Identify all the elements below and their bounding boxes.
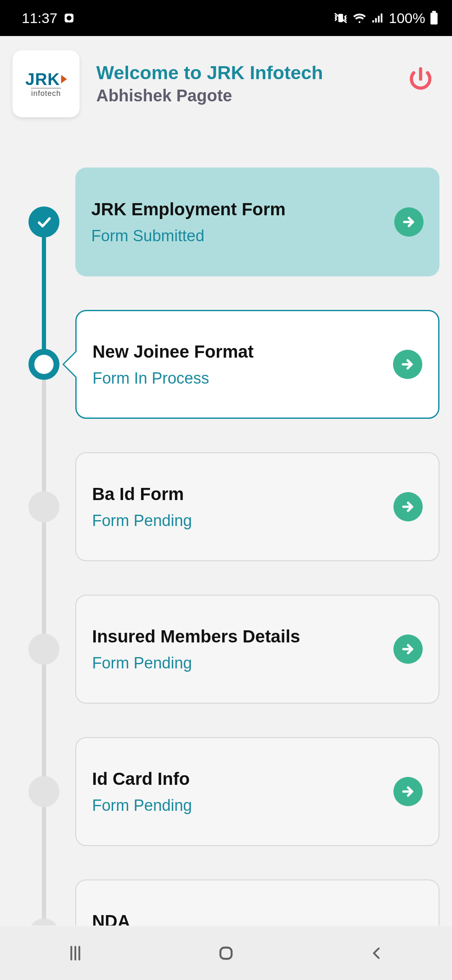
step-ba-id-form[interactable]: Ba Id Form Form Pending (13, 452, 439, 561)
step-status: Form Submitted (91, 227, 386, 245)
step-marker-current (28, 349, 59, 380)
logo-primary: JRK (25, 70, 67, 89)
arrow-right-icon (400, 499, 416, 515)
open-step-button[interactable] (393, 777, 423, 806)
step-title: Id Card Info (92, 769, 385, 789)
status-app-icon (63, 12, 75, 24)
step-card[interactable]: Insured Members Details Form Pending (75, 595, 439, 704)
arrow-right-icon (400, 356, 416, 372)
check-icon (36, 214, 52, 230)
svg-rect-9 (431, 13, 438, 24)
step-title: New Joinee Format (92, 342, 385, 362)
svg-rect-7 (381, 13, 383, 22)
logo-secondary: infotech (31, 88, 61, 98)
page-title: Welcome to JRK Infotech (96, 62, 390, 84)
header: JRK infotech Welcome to JRK Infotech Abh… (13, 50, 439, 117)
step-texts: NDA Form Pending (92, 911, 385, 926)
step-id-card-info[interactable]: Id Card Info Form Pending (13, 737, 439, 846)
step-card[interactable]: NDA Form Pending (75, 879, 439, 926)
step-jrk-employment-form[interactable]: JRK Employment Form Form Submitted (13, 168, 439, 276)
arrow-right-icon (401, 214, 417, 230)
svg-rect-19 (221, 948, 232, 959)
step-card[interactable]: Id Card Info Form Pending (75, 737, 439, 846)
battery-text: 100% (389, 10, 425, 26)
wifi-icon (352, 10, 367, 26)
home-button[interactable] (209, 941, 243, 966)
step-new-joinee-format[interactable]: New Joinee Format Form In Process (13, 310, 439, 419)
step-texts: JRK Employment Form Form Submitted (91, 199, 386, 245)
step-status: Form Pending (92, 797, 385, 815)
step-texts: Id Card Info Form Pending (92, 769, 385, 815)
system-nav-bar (0, 926, 452, 980)
svg-point-1 (67, 15, 72, 21)
open-step-button[interactable] (393, 350, 422, 379)
welcome-block: Welcome to JRK Infotech Abhishek Pagote (96, 50, 390, 105)
step-marker-pending (28, 491, 59, 522)
recent-apps-button[interactable] (59, 941, 92, 966)
signal-icon (371, 11, 385, 25)
status-right: 100% (334, 10, 439, 26)
step-status: Form Pending (92, 512, 385, 530)
page-content: JRK infotech Welcome to JRK Infotech Abh… (0, 36, 452, 926)
logo-primary-text: JRK (25, 70, 60, 89)
vibrate-icon (334, 11, 348, 25)
steps-list: JRK Employment Form Form Submitted (13, 168, 439, 926)
svg-rect-5 (375, 18, 377, 23)
step-nda[interactable]: NDA Form Pending (13, 879, 439, 926)
step-marker-pending (28, 634, 59, 665)
step-title: Ba Id Form (92, 484, 385, 504)
user-name: Abhishek Pagote (96, 86, 390, 105)
back-button[interactable] (360, 941, 393, 966)
arrow-right-icon (400, 784, 416, 799)
logout-button[interactable] (407, 65, 434, 93)
step-status: Form Pending (92, 654, 385, 672)
app-logo: JRK infotech (13, 50, 80, 117)
open-step-button[interactable] (394, 207, 424, 237)
step-texts: Ba Id Form Form Pending (92, 484, 385, 530)
svg-rect-6 (378, 16, 380, 23)
svg-rect-4 (372, 20, 374, 22)
step-texts: New Joinee Format Form In Process (92, 342, 385, 387)
step-card[interactable]: New Joinee Format Form In Process (75, 310, 439, 419)
open-step-button[interactable] (393, 492, 423, 521)
step-card[interactable]: Ba Id Form Form Pending (75, 452, 439, 561)
step-marker-pending (28, 918, 59, 926)
battery-icon (429, 11, 439, 25)
step-card[interactable]: JRK Employment Form Form Submitted (75, 168, 439, 276)
open-step-button[interactable] (393, 634, 423, 664)
step-marker-done (28, 206, 59, 237)
step-status: Form In Process (92, 369, 385, 387)
card-pointer (64, 352, 77, 377)
status-time: 11:37 (22, 10, 57, 26)
svg-rect-8 (432, 11, 436, 13)
step-title: Insured Members Details (92, 627, 385, 647)
step-insured-members-details[interactable]: Insured Members Details Form Pending (13, 595, 439, 704)
step-title: NDA (92, 911, 385, 926)
step-marker-pending (28, 776, 59, 807)
step-texts: Insured Members Details Form Pending (92, 627, 385, 672)
step-marker-col (13, 737, 75, 846)
step-marker-col (13, 879, 75, 926)
status-left: 11:37 (22, 10, 75, 26)
timeline-line (42, 879, 46, 903)
arrow-right-icon (400, 641, 416, 657)
logo-arrow-icon (61, 75, 67, 83)
step-title: JRK Employment Form (91, 199, 386, 219)
status-bar: 11:37 100% (0, 0, 452, 36)
